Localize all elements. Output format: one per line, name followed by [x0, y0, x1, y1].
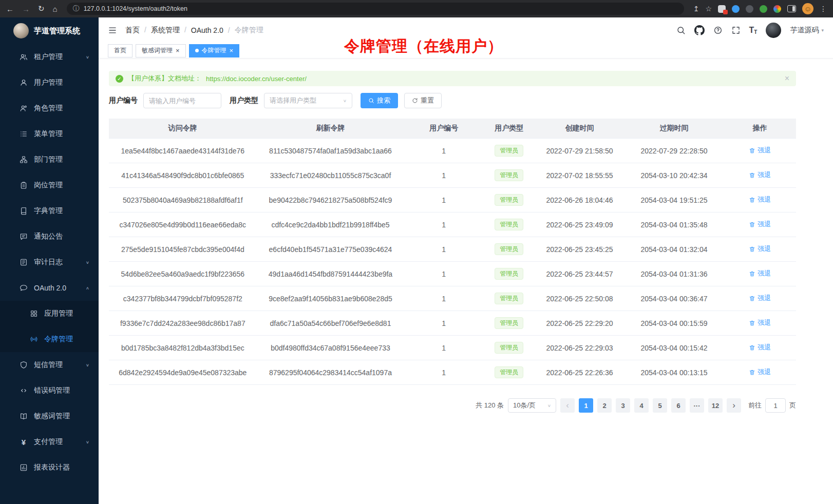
user-type-tag: 管理员 [495, 145, 523, 157]
user-type-select[interactable]: 请选择用户类型 ∨ [264, 93, 352, 108]
sidebar-item-label: 错误码管理 [34, 386, 70, 395]
page-button[interactable]: 12 [708, 398, 723, 413]
bookmark-star-icon[interactable]: ☆ [705, 5, 712, 13]
sidebar-item-sms[interactable]: 短信管理 ∨ [0, 352, 99, 378]
cell-user-type: 管理员 [483, 237, 535, 262]
force-logout-button[interactable]: 强退 [749, 195, 771, 204]
force-logout-button[interactable]: 强退 [749, 146, 771, 155]
help-icon[interactable] [713, 26, 723, 35]
extension-icon[interactable] [746, 5, 753, 13]
url-bar[interactable]: ⓘ 127.0.0.1:1024/system/oauth2/token [67, 3, 684, 15]
sidebar-item-audit-log[interactable]: 审计日志 ∨ [0, 249, 99, 275]
force-logout-button[interactable]: 强退 [749, 170, 771, 180]
close-icon[interactable]: × [230, 47, 234, 54]
sidebar-item-post[interactable]: 岗位管理 [0, 172, 99, 198]
cell-user-id: 1 [404, 163, 483, 188]
font-size-icon[interactable]: TT [749, 26, 758, 35]
user-menu[interactable]: 芋道源码 ▾ [790, 26, 824, 35]
user-type-tag: 管理员 [495, 366, 523, 378]
collapse-sidebar-icon[interactable] [108, 26, 117, 35]
trash-icon [749, 172, 755, 179]
reload-icon[interactable]: ↻ [38, 4, 45, 13]
sidebar-item-oauth2[interactable]: OAuth 2.0 ∧ [0, 275, 99, 301]
user-type-label: 用户类型 [230, 96, 258, 105]
side-panel-icon[interactable] [787, 5, 796, 12]
search-button[interactable]: 搜索 [361, 93, 398, 108]
extension-icon[interactable] [718, 5, 726, 13]
user-id-input[interactable] [143, 93, 221, 108]
tab-sensitive-word[interactable]: 敏感词管理 × [136, 44, 186, 57]
page-button[interactable]: 1 [579, 398, 593, 413]
breadcrumb-item[interactable]: OAuth 2.0 [191, 26, 235, 34]
force-logout-button[interactable]: 强退 [749, 244, 771, 254]
app-logo[interactable]: 芋道管理系统 [0, 17, 99, 44]
page-button[interactable]: 2 [597, 398, 612, 413]
close-icon[interactable]: × [785, 74, 789, 83]
page-size-select[interactable]: 10条/页 ∨ [508, 398, 556, 413]
site-info-icon[interactable]: ⓘ [73, 4, 80, 13]
doc-link[interactable]: https://doc.iocoder.cn/user-center/ [206, 75, 307, 83]
goto-page-input[interactable] [765, 398, 786, 413]
force-logout-button[interactable]: 强退 [749, 269, 771, 278]
tab-home[interactable]: 首页 [108, 44, 132, 57]
reset-button[interactable]: 重置 [404, 93, 442, 108]
more-pages-button[interactable]: ··· [690, 398, 704, 413]
extension-icon[interactable] [732, 5, 740, 13]
cell-user-id: 1 [404, 139, 483, 163]
breadcrumb-item[interactable]: 首页 [125, 26, 151, 35]
extension-icon[interactable] [773, 5, 781, 13]
cell-user-type: 管理员 [483, 286, 535, 311]
trash-icon [749, 270, 755, 277]
cell-refresh-token: 49d1aa46d1454fbd87591444423be9fa [257, 262, 405, 286]
cell-created: 2022-06-25 22:50:08 [535, 286, 624, 311]
sidebar-item-oauth2-app[interactable]: 应用管理 [0, 301, 99, 326]
browser-nav: ← → ↻ ⌂ [6, 4, 58, 13]
share-icon[interactable]: ↥ [693, 5, 699, 13]
prev-page-button[interactable]: ‹ [560, 398, 575, 413]
force-logout-button[interactable]: 强退 [749, 220, 771, 229]
sidebar-item-sensitive-word[interactable]: 敏感词管理 [0, 403, 99, 429]
sidebar-item-user[interactable]: 用户管理 [0, 70, 99, 95]
sidebar-item-notice[interactable]: 通知公告 [0, 224, 99, 249]
force-logout-button[interactable]: 强退 [749, 318, 771, 327]
close-icon[interactable]: × [176, 47, 180, 54]
cell-expired: 2054-03-04 00:13:15 [624, 360, 724, 385]
trash-icon [749, 197, 755, 203]
fullscreen-icon[interactable] [731, 26, 741, 35]
force-logout-button[interactable]: 强退 [749, 343, 771, 352]
sidebar-item-report-designer[interactable]: 报表设计器 [0, 455, 99, 480]
sidebar-item-pay[interactable]: ¥ 支付管理 ∨ [0, 429, 99, 455]
col-expired: 过期时间 [624, 119, 724, 139]
sidebar-item-oauth2-token[interactable]: 令牌管理 [0, 326, 99, 352]
github-icon[interactable] [694, 25, 705, 35]
next-page-button[interactable]: › [727, 398, 741, 413]
logo-avatar [13, 23, 29, 38]
page-button[interactable]: 4 [634, 398, 649, 413]
breadcrumb-item[interactable]: 系统管理 [151, 26, 191, 35]
sidebar-item-error-code[interactable]: 错误码管理 [0, 378, 99, 403]
main-area: 首页 系统管理 OAuth 2.0 令牌管理 TT 芋道源码 ▾ 首页 [99, 17, 833, 504]
sidebar-item-tenant[interactable]: 租户管理 ∨ [0, 44, 99, 70]
user-avatar[interactable] [766, 23, 781, 38]
sidebar-item-dept[interactable]: 部门管理 [0, 147, 99, 172]
yen-icon: ¥ [20, 438, 28, 446]
home-icon[interactable]: ⌂ [53, 5, 58, 13]
sidebar-item-menu[interactable]: 菜单管理 [0, 121, 99, 147]
force-logout-button[interactable]: 强退 [749, 294, 771, 303]
force-logout-button[interactable]: 强退 [749, 367, 771, 377]
extension-icon[interactable] [760, 5, 767, 13]
search-icon[interactable] [676, 26, 686, 35]
sidebar-item-dict[interactable]: 字典管理 [0, 198, 99, 224]
forward-icon[interactable]: → [22, 5, 30, 13]
back-icon[interactable]: ← [6, 5, 14, 13]
cell-expired: 2022-07-29 22:28:50 [624, 139, 724, 163]
browser-menu-icon[interactable]: ⋮ [820, 5, 827, 13]
sidebar-item-role[interactable]: 角色管理 [0, 95, 99, 121]
trash-icon [749, 320, 755, 326]
page-button[interactable]: 3 [616, 398, 630, 413]
browser-profile-avatar[interactable]: ☺ [802, 3, 813, 14]
tab-oauth2-token[interactable]: 令牌管理 × [189, 44, 240, 57]
table-row: 41c41346a548490f9dc8b01c6bfe0865 333ecfc… [109, 163, 796, 188]
page-button[interactable]: 5 [653, 398, 667, 413]
page-button[interactable]: 6 [671, 398, 686, 413]
